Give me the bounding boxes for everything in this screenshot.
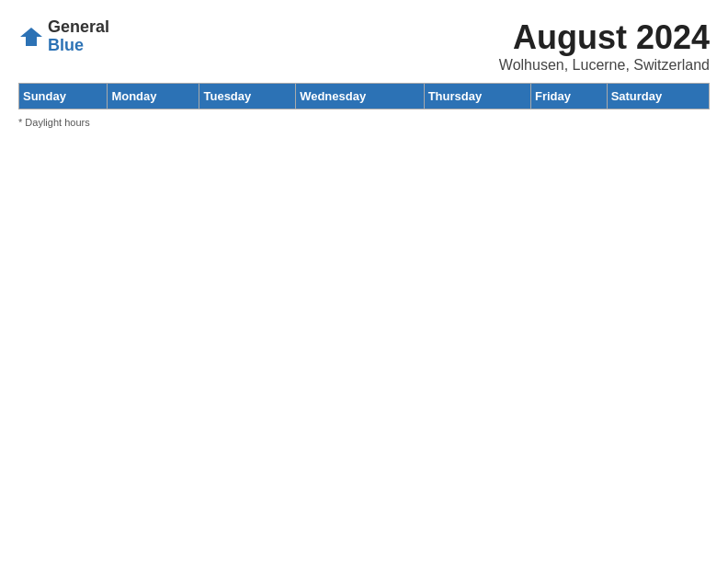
page-header: General Blue August 2024 Wolhusen, Lucer… bbox=[18, 18, 710, 74]
day-header-friday: Friday bbox=[530, 84, 607, 109]
logo-icon bbox=[18, 24, 44, 50]
footer-note-text: Daylight hours bbox=[25, 117, 89, 128]
day-header-monday: Monday bbox=[108, 84, 199, 109]
logo-text: General Blue bbox=[48, 18, 109, 55]
day-header-thursday: Thursday bbox=[424, 84, 530, 109]
calendar-table: SundayMondayTuesdayWednesdayThursdayFrid… bbox=[18, 83, 710, 109]
month-title: August 2024 bbox=[499, 18, 710, 57]
day-header-wednesday: Wednesday bbox=[296, 84, 425, 109]
day-header-tuesday: Tuesday bbox=[199, 84, 296, 109]
logo-general-text: General bbox=[48, 18, 109, 37]
location: Wolhusen, Lucerne, Switzerland bbox=[499, 57, 710, 74]
title-block: August 2024 Wolhusen, Lucerne, Switzerla… bbox=[499, 18, 710, 74]
day-header-sunday: Sunday bbox=[19, 84, 108, 109]
day-header-saturday: Saturday bbox=[607, 84, 709, 109]
svg-marker-1 bbox=[20, 28, 42, 46]
calendar-header-row: SundayMondayTuesdayWednesdayThursdayFrid… bbox=[19, 84, 710, 109]
logo-blue-text: Blue bbox=[48, 37, 109, 55]
footer-note: * Daylight hours bbox=[18, 117, 710, 128]
logo: General Blue bbox=[18, 18, 109, 55]
